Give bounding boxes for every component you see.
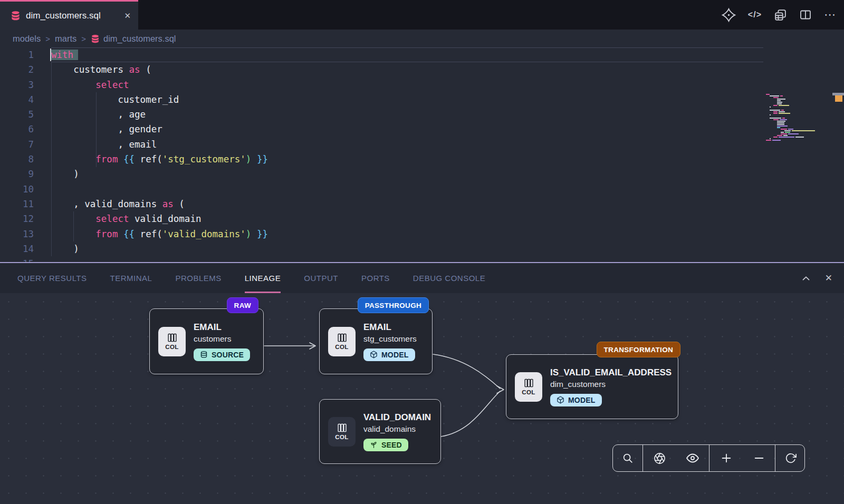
node-model-name: dim_customers — [550, 380, 672, 389]
minimap-line — [785, 132, 790, 133]
breadcrumb-file[interactable]: dim_customers.sql — [91, 34, 176, 44]
code-line[interactable]: 3 select — [0, 77, 765, 92]
database-icon — [11, 11, 21, 21]
column-chip: COL — [515, 372, 542, 402]
line-number: 14 — [0, 241, 34, 256]
code-line[interactable]: 2 customers as ( — [0, 62, 765, 77]
minimap-line — [773, 119, 779, 120]
minimap-line — [784, 130, 791, 131]
minimap-line — [777, 125, 788, 127]
lens-button[interactable] — [643, 445, 676, 471]
code-text: from {{ ref('valid_domains') }} — [34, 227, 268, 241]
code-line[interactable]: 12 select valid_domain — [0, 211, 765, 226]
panel-tab-bar: QUERY RESULTS TERMINAL PROBLEMS LINEAGE … — [0, 263, 844, 293]
code-text: from {{ ref('stg_customers') }} — [34, 152, 268, 167]
code-text: ) — [34, 241, 79, 256]
minimap-marker — [835, 95, 842, 102]
node-column-name: VALID_DOMAIN — [363, 412, 431, 423]
code-line[interactable]: 8 from {{ ref('stg_customers') }} — [0, 152, 765, 167]
column-chip: COL — [328, 327, 356, 356]
chevron-up-icon[interactable] — [801, 273, 811, 284]
lineage-node-valid-domains[interactable]: COL VALID_DOMAIN valid_domains SEED — [319, 399, 441, 464]
code-line[interactable]: 7 , email — [0, 137, 765, 152]
search-button[interactable] — [613, 445, 643, 471]
aperture-icon — [654, 452, 666, 464]
minimap-line — [766, 140, 771, 141]
minimap-line — [792, 130, 815, 131]
code-icon[interactable]: </> — [748, 10, 762, 20]
node-model-name: valid_domains — [363, 424, 431, 434]
code-token: as — [129, 64, 140, 75]
minimap-line — [773, 113, 778, 114]
code-token — [51, 154, 95, 164]
close-icon[interactable]: ✕ — [825, 273, 832, 284]
code-line[interactable]: 9 ) — [0, 167, 765, 181]
lineage-canvas[interactable]: RAW COL EMAIL customers SOURCE PASSTHROU… — [0, 293, 844, 504]
code-token: 'stg_customers' — [162, 154, 246, 164]
minimap-line — [783, 135, 788, 136]
code-line[interactable]: 14 ) — [0, 241, 765, 256]
code-token: valid_domain — [129, 214, 202, 224]
zoom-in-button[interactable] — [709, 445, 743, 471]
line-number: 2 — [0, 62, 34, 77]
code-token: select — [95, 80, 129, 90]
code-token: with — [51, 50, 78, 60]
copy-table-icon[interactable] — [774, 8, 787, 22]
code-token: from — [95, 229, 118, 239]
code-token — [118, 229, 123, 239]
lineage-toolbar — [612, 444, 805, 472]
minimap-line — [770, 106, 771, 108]
dbt-logo-icon[interactable] — [722, 8, 736, 22]
breadcrumb-models[interactable]: models — [13, 34, 41, 44]
code-line[interactable]: 13 from {{ ref('valid_domains') }} — [0, 227, 765, 241]
tab-query-results[interactable]: QUERY RESULTS — [17, 263, 87, 293]
line-number: 9 — [0, 167, 34, 181]
code-line[interactable]: 15 — [0, 256, 765, 262]
tab-terminal[interactable]: TERMINAL — [110, 263, 152, 293]
minimap-line — [777, 127, 780, 128]
columns-icon — [524, 379, 534, 387]
model-badge: MODEL — [363, 348, 415, 361]
minimap-line — [779, 137, 794, 138]
database-icon — [91, 34, 100, 43]
minimap-line — [781, 129, 787, 130]
code-line[interactable]: 5 , age — [0, 107, 765, 122]
tab-output[interactable]: OUTPUT — [304, 263, 338, 293]
cube-icon — [557, 396, 564, 404]
code-token: as — [162, 199, 174, 209]
breadcrumb-marts[interactable]: marts — [55, 34, 76, 44]
code-token: customer_id — [51, 94, 179, 105]
lineage-node-dim-customers[interactable]: TRANSFORMATION COL IS_VALID_EMAIL_ADDRES… — [506, 354, 678, 419]
code-token: , email — [51, 139, 157, 150]
node-model-name: stg_customers — [363, 334, 417, 344]
code-line[interactable]: 10 — [0, 182, 765, 197]
code-token: 'valid_domains' — [162, 229, 246, 239]
split-editor-icon[interactable] — [799, 8, 812, 21]
code-token: ref( — [135, 229, 162, 239]
minimap-line — [777, 122, 784, 123]
code-line[interactable]: 11 , valid_domains as ( — [0, 197, 765, 211]
code-editor[interactable]: 1with2 customers as (3 select4 customer_… — [0, 47, 844, 262]
tab-close-icon[interactable]: ✕ — [124, 11, 131, 21]
code-line[interactable]: 1with — [0, 47, 765, 62]
refresh-button[interactable] — [775, 445, 805, 471]
tab-dim-customers-sql[interactable]: dim_customers.sql ✕ — [0, 0, 138, 30]
code-token: from — [95, 154, 118, 164]
zoom-out-button[interactable] — [743, 445, 775, 471]
minimap[interactable] — [766, 94, 835, 152]
tab-debug-console[interactable]: DEBUG CONSOLE — [413, 263, 485, 293]
tab-ports[interactable]: PORTS — [361, 263, 390, 293]
tab-lineage[interactable]: LINEAGE — [245, 263, 281, 293]
code-line[interactable]: 6 , gender — [0, 122, 765, 137]
tab-problems[interactable]: PROBLEMS — [175, 263, 221, 293]
code-text: , valid_domains as ( — [34, 197, 185, 211]
code-lines: 1with2 customers as (3 select4 customer_… — [0, 47, 765, 262]
sprout-icon — [370, 441, 378, 449]
code-token: ( — [174, 199, 185, 209]
lineage-node-customers[interactable]: RAW COL EMAIL customers SOURCE — [149, 308, 264, 374]
code-line[interactable]: 4 customer_id — [0, 92, 765, 107]
minimap-line — [777, 135, 782, 136]
lineage-node-stg-customers[interactable]: PASSTHROUGH COL EMAIL stg_customers MODE… — [319, 308, 433, 374]
visibility-button[interactable] — [676, 445, 709, 471]
editor-actions: </> ⋯ — [722, 0, 836, 30]
